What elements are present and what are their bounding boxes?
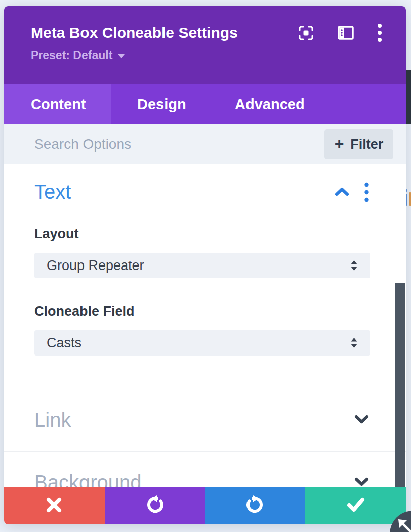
layout-select-value: Group Repeater [47, 258, 144, 274]
save-button[interactable] [305, 487, 406, 524]
discard-button[interactable] [4, 487, 105, 524]
cloneable-field-select-value: Casts [47, 335, 81, 351]
layout-select[interactable]: Group Repeater [34, 253, 370, 278]
check-icon [346, 497, 365, 514]
page-behind-dark-strip [406, 70, 411, 124]
modal-scrollbar-thumb[interactable] [395, 283, 405, 487]
section-title-background: Background [34, 471, 141, 487]
preset-caret-icon [118, 54, 125, 58]
more-options-icon[interactable] [377, 23, 382, 42]
modal-title: Meta Box Cloneable Settings [31, 24, 238, 41]
field-label-cloneable-field: Cloneable Field [34, 304, 135, 319]
field-label-layout: Layout [34, 226, 79, 242]
arrow-up-left-icon [395, 516, 411, 532]
builder-viewport: Meta Box Cloneable Settings [0, 0, 411, 532]
undo-button[interactable] [105, 487, 205, 524]
add-filter-button[interactable]: + Filter [324, 129, 393, 159]
section-title-link: Link [34, 409, 71, 431]
filter-button-label: Filter [350, 137, 383, 152]
modal-footer [4, 487, 406, 524]
modal-header: Meta Box Cloneable Settings [4, 6, 406, 84]
module-settings-modal: Meta Box Cloneable Settings [4, 6, 406, 524]
cloneable-field-select[interactable]: Casts [34, 330, 370, 356]
select-arrows-icon [350, 337, 358, 349]
preset-selector[interactable]: Preset: Default [31, 49, 382, 62]
section-kebab-icon[interactable] [364, 182, 369, 202]
expand-chevron-down-icon [354, 414, 369, 426]
section-header-link[interactable]: Link [4, 389, 406, 451]
x-icon [46, 497, 62, 515]
tab-design[interactable]: Design [111, 84, 197, 124]
section-header-text[interactable]: Text [34, 181, 369, 203]
preset-label: Preset: Default [31, 49, 112, 62]
tab-content[interactable]: Content [4, 84, 111, 124]
search-row: + Filter [4, 124, 406, 164]
section-header-background[interactable]: Background [4, 452, 406, 487]
plus-icon: + [335, 136, 344, 152]
select-arrows-icon [350, 259, 358, 272]
redo-arrow-icon [245, 495, 265, 516]
search-options-input[interactable] [34, 136, 324, 152]
undo-arrow-icon [145, 495, 165, 516]
snap-panel-icon[interactable] [338, 26, 354, 40]
section-title-text: Text [34, 181, 71, 203]
expand-modal-icon[interactable] [298, 25, 314, 41]
tab-advanced[interactable]: Advanced [197, 84, 305, 124]
expand-chevron-down-icon [354, 476, 369, 487]
collapse-chevron-up-icon[interactable] [335, 187, 349, 197]
settings-body: Text Layout [4, 164, 406, 487]
settings-tab-bar: Content Design Advanced [4, 84, 406, 124]
redo-button[interactable] [205, 487, 306, 524]
